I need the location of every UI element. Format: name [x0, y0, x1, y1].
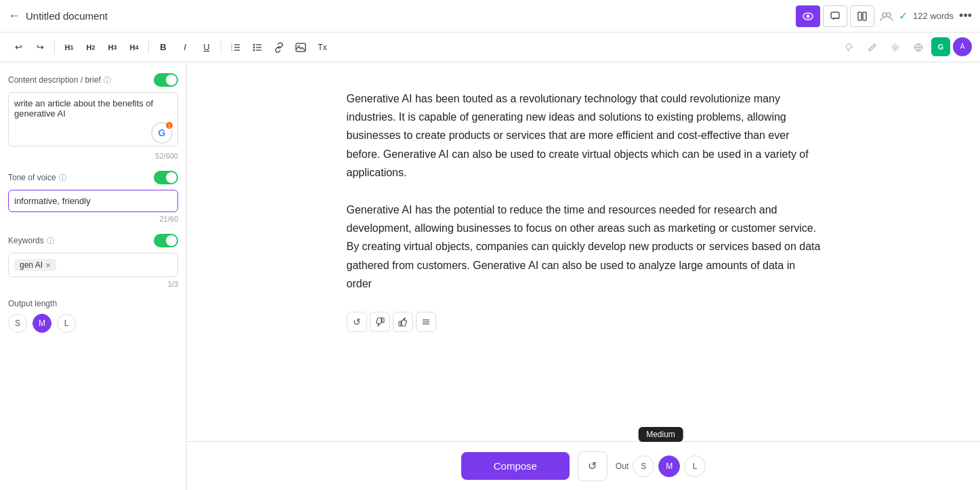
- thumbs-down-button[interactable]: [370, 312, 390, 332]
- thumbs-up-button[interactable]: [393, 312, 413, 332]
- paragraph-1: Generative AI has been touted as a revol…: [347, 89, 821, 182]
- svg-point-15: [253, 49, 255, 51]
- link2-icon[interactable]: [908, 37, 929, 58]
- editor-area: Generative AI has been touted as a revol…: [187, 62, 980, 490]
- svg-point-14: [253, 46, 255, 48]
- bold-button[interactable]: B: [153, 37, 173, 58]
- compose-button[interactable]: Compose: [461, 452, 570, 480]
- comment-view-button[interactable]: [823, 5, 847, 27]
- tone-toggle[interactable]: [154, 171, 178, 184]
- unordered-list-button[interactable]: [247, 37, 268, 58]
- link-button[interactable]: [269, 37, 289, 58]
- h1-button[interactable]: H1: [59, 37, 79, 58]
- bottom-size-s[interactable]: S: [633, 455, 654, 477]
- svg-point-1: [807, 14, 810, 18]
- keywords-info-icon: ⓘ: [47, 236, 54, 246]
- svg-rect-3: [858, 12, 861, 20]
- view-mode-tabs: [796, 5, 874, 27]
- header: ← Untitled document ✓ 122 words •••: [0, 0, 980, 33]
- preview-view-button[interactable]: [796, 5, 820, 27]
- users-icon: [880, 9, 893, 23]
- bottom-size-l[interactable]: L: [684, 455, 706, 477]
- keywords-toggle[interactable]: [154, 234, 178, 247]
- layout-view-button[interactable]: [850, 5, 874, 27]
- output-label: Out: [616, 462, 629, 471]
- header-left: ← Untitled document: [8, 9, 790, 23]
- ordered-list-button[interactable]: 123: [226, 37, 246, 58]
- document-title: Untitled document: [26, 10, 108, 22]
- settings-icon[interactable]: [885, 37, 906, 58]
- bottom-compose-bar: Compose ↺ Medium Out S M L: [187, 441, 980, 490]
- italic-button[interactable]: I: [175, 37, 195, 58]
- content-char-count: 52/600: [8, 152, 178, 160]
- bottom-size-m[interactable]: M: [658, 455, 680, 477]
- word-count-check: ✓: [899, 9, 908, 22]
- undo-button[interactable]: ↩: [8, 37, 28, 58]
- h2-button[interactable]: H2: [81, 37, 101, 58]
- output-size-m[interactable]: M: [33, 314, 51, 333]
- bottom-output-size: Medium Out S M L: [616, 455, 706, 477]
- tone-input[interactable]: [8, 190, 178, 212]
- tone-label: Tone of voice ⓘ: [8, 171, 178, 184]
- editor-content: Generative AI has been touted as a revol…: [347, 89, 821, 332]
- svg-rect-4: [863, 12, 866, 20]
- grammarly-sidebar-icon[interactable]: G: [931, 37, 950, 56]
- formatting-toolbar: ↩ ↪ H1 H2 H3 H4 B I U 123 Tx G A: [0, 33, 980, 62]
- output-length-label: Output length: [8, 299, 178, 308]
- output-size-selector: S M L: [8, 314, 178, 333]
- back-button[interactable]: ←: [8, 9, 20, 23]
- keyword-tag: gen AI ✕: [14, 259, 56, 271]
- svg-point-6: [887, 13, 891, 17]
- header-right: ✓ 122 words •••: [880, 9, 972, 23]
- regenerate-button[interactable]: ↺: [347, 312, 367, 332]
- h4-button[interactable]: H4: [124, 37, 144, 58]
- toolbar-right-icons: G A: [839, 37, 972, 58]
- image-button[interactable]: [291, 37, 311, 58]
- content-description-section: Content description / brief ⓘ G 1 52/600: [8, 73, 178, 160]
- word-count: 122 words: [913, 11, 954, 21]
- keywords-label: Keywords ⓘ: [8, 234, 178, 247]
- tone-section: Tone of voice ⓘ 21/60: [8, 171, 178, 223]
- svg-text:3: 3: [231, 48, 233, 52]
- keywords-input-area[interactable]: gen AI ✕: [8, 253, 178, 277]
- svg-point-5: [882, 13, 887, 17]
- toolbar-separator-1: [54, 41, 55, 54]
- content-toggle[interactable]: [154, 73, 178, 87]
- keyword-remove-button[interactable]: ✕: [45, 262, 51, 269]
- inline-feedback-toolbar: ↺: [347, 312, 821, 332]
- svg-point-13: [253, 43, 255, 45]
- sidebar: Content description / brief ⓘ G 1 52/600…: [0, 62, 187, 490]
- pin-icon[interactable]: [839, 37, 859, 58]
- tone-info-icon: ⓘ: [59, 173, 66, 183]
- output-size-s[interactable]: S: [8, 314, 27, 333]
- bottom-refresh-button[interactable]: ↺: [578, 451, 608, 481]
- svg-rect-2: [831, 12, 839, 18]
- paragraph-2: Generative AI has the potential to reduc…: [347, 201, 821, 293]
- svg-point-21: [894, 46, 897, 49]
- user-avatar[interactable]: A: [953, 37, 972, 56]
- toolbar-separator-3: [221, 41, 221, 54]
- redo-button[interactable]: ↪: [30, 37, 50, 58]
- clear-format-button[interactable]: Tx: [312, 37, 333, 58]
- content-description-label: Content description / brief ⓘ: [8, 73, 178, 87]
- tone-char-count: 21/60: [8, 215, 178, 223]
- toolbar-separator-2: [148, 41, 149, 54]
- output-size-l[interactable]: L: [57, 314, 76, 333]
- list-view-button[interactable]: [416, 312, 436, 332]
- content-info-icon: ⓘ: [104, 75, 111, 85]
- edit-icon[interactable]: [862, 37, 882, 58]
- h3-button[interactable]: H3: [102, 37, 123, 58]
- keyword-count: 1/3: [8, 280, 178, 288]
- underline-button[interactable]: U: [196, 37, 217, 58]
- keywords-section: Keywords ⓘ gen AI ✕ 1/3: [8, 234, 178, 288]
- more-options-button[interactable]: •••: [959, 9, 972, 23]
- main-layout: Content description / brief ⓘ G 1 52/600…: [0, 62, 980, 490]
- output-length-section: Output length S M L: [8, 299, 178, 333]
